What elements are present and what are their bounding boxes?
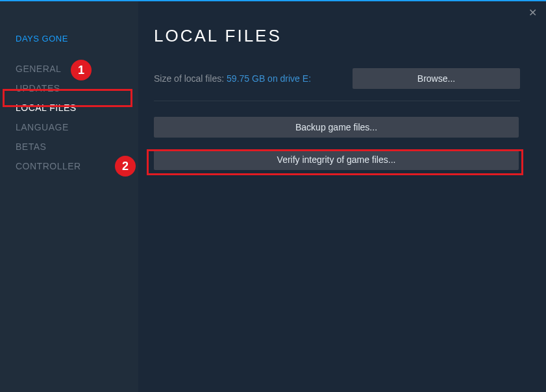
properties-window: ✕ DAYS GONE GENERAL UPDATES LOCAL FILES … <box>0 0 546 392</box>
browse-button[interactable]: Browse... <box>353 68 520 89</box>
size-text: Size of local files: 59.75 GB on drive E… <box>154 73 311 84</box>
size-row: Size of local files: 59.75 GB on drive E… <box>154 68 520 89</box>
sidebar-item-updates[interactable]: UPDATES <box>0 79 138 98</box>
game-title: DAYS GONE <box>0 14 138 59</box>
size-value: 59.75 GB on drive E: <box>227 73 311 84</box>
sidebar: DAYS GONE GENERAL UPDATES LOCAL FILES LA… <box>0 1 138 392</box>
backup-button[interactable]: Backup game files... <box>154 117 519 138</box>
verify-button[interactable]: Verify integrity of game files... <box>154 149 519 170</box>
divider <box>154 101 520 101</box>
sidebar-item-general[interactable]: GENERAL <box>0 59 138 79</box>
page-title: LOCAL FILES <box>154 26 520 46</box>
sidebar-item-controller[interactable]: CONTROLLER <box>0 156 138 176</box>
sidebar-item-betas[interactable]: BETAS <box>0 137 138 156</box>
sidebar-item-local-files[interactable]: LOCAL FILES <box>0 98 138 117</box>
main-panel: LOCAL FILES Size of local files: 59.75 G… <box>138 1 546 392</box>
size-label: Size of local files: <box>154 73 227 84</box>
nav-list: GENERAL UPDATES LOCAL FILES LANGUAGE BET… <box>0 59 138 176</box>
sidebar-item-language[interactable]: LANGUAGE <box>0 117 138 137</box>
